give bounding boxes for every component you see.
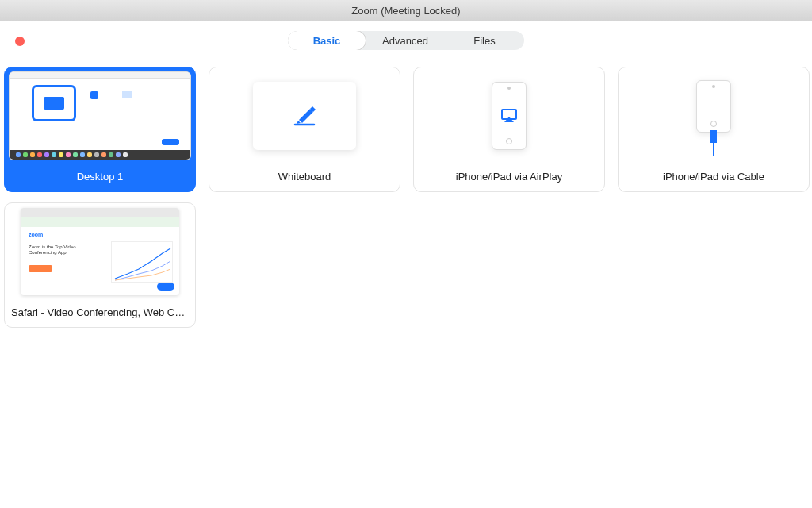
highlighter-icon xyxy=(287,102,322,129)
source-tile-whiteboard[interactable]: Whiteboard xyxy=(209,67,400,192)
source-tile-desktop-1[interactable]: Desktop 1 xyxy=(4,67,196,192)
share-source-grid: Desktop 1 Whiteboard xyxy=(0,50,812,328)
desktop-thumbnail xyxy=(5,67,195,164)
cable-connector-icon xyxy=(710,130,717,143)
phone-cable-outline xyxy=(696,80,731,133)
window-body: Basic Advanced Files xyxy=(0,21,812,508)
safari-thumbnail: zoom Zoom is the Top Video Conferencing … xyxy=(21,208,179,295)
airplay-icon xyxy=(501,109,517,123)
source-tile-safari[interactable]: zoom Zoom is the Top Video Conferencing … xyxy=(4,202,196,328)
tab-segmented-control: Basic Advanced Files xyxy=(0,21,812,50)
tile-label: iPhone/iPad via AirPlay xyxy=(414,164,604,191)
whiteboard-card xyxy=(253,82,356,150)
phone-outline xyxy=(492,82,527,150)
svg-marker-1 xyxy=(299,109,313,123)
svg-marker-3 xyxy=(297,121,301,124)
source-tile-airplay[interactable]: iPhone/iPad via AirPlay xyxy=(413,67,605,192)
tab-basic[interactable]: Basic xyxy=(288,31,366,50)
tab-files[interactable]: Files xyxy=(445,31,524,50)
cable-wire-icon xyxy=(713,143,714,156)
tile-label: Whiteboard xyxy=(209,164,400,191)
tile-label: Safari - Video Conferencing, Web Confere… xyxy=(5,300,195,327)
source-tile-cable[interactable]: iPhone/iPad via Cable xyxy=(618,67,810,192)
window-titlebar: Zoom (Meeting Locked) xyxy=(0,0,812,21)
tile-label: iPhone/iPad via Cable xyxy=(619,164,809,191)
tab-advanced[interactable]: Advanced xyxy=(366,31,445,50)
close-button[interactable] xyxy=(15,37,25,46)
tile-label: Desktop 1 xyxy=(5,164,195,191)
window-title: Zoom (Meeting Locked) xyxy=(351,5,460,17)
